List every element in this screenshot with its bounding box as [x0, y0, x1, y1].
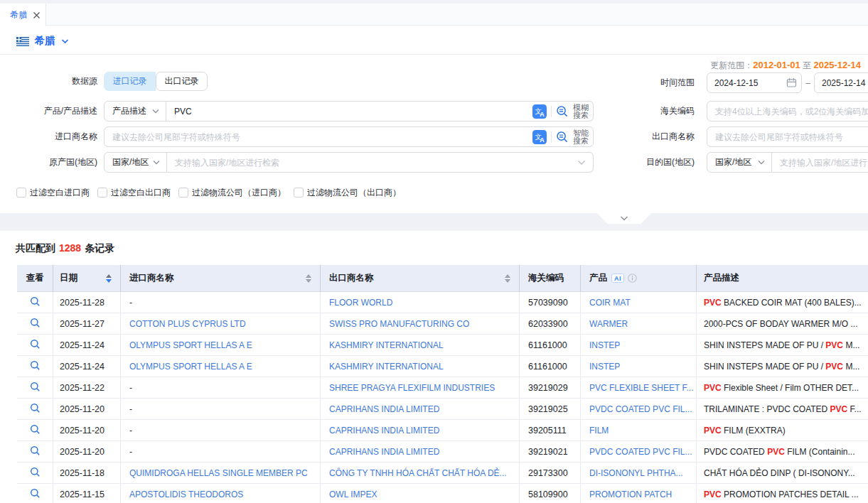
view-detail-icon[interactable] [30, 488, 41, 501]
cell-product-link[interactable]: PVDC COATED PVC FIL... [589, 404, 692, 414]
origin-select[interactable]: 国家/地区 [104, 152, 167, 173]
view-detail-icon[interactable] [30, 403, 41, 416]
col-header-exporter[interactable]: 出口商名称 [321, 265, 520, 292]
table-row[interactable]: 2025-11-20 - CAPRIHANS INDIA LIMITED 392… [17, 420, 868, 441]
date-from-field[interactable] [707, 73, 786, 92]
filter-blank-exporter-checkbox[interactable]: 过滤空白出口商 [97, 187, 171, 198]
cell-product-link[interactable]: PVDC COATED PVC FIL... [589, 447, 692, 457]
cell-importer-link[interactable]: OLYMPUS SPORT HELLAS A E [129, 362, 252, 372]
table-row[interactable]: 2025-11-20 - CAPRIHANS INDIA LIMITED 392… [17, 399, 868, 420]
filter-blank-importer-checkbox[interactable]: 过滤空白进口商 [16, 187, 90, 198]
view-detail-icon[interactable] [30, 445, 41, 458]
table-row[interactable]: 2025-11-15 APOSTOLIDIS THEODOROS OWL IMP… [17, 484, 868, 503]
sort-icons[interactable] [106, 274, 112, 283]
cell-product-link[interactable]: INSTEP [589, 340, 620, 350]
cell-importer-link[interactable]: COTTON PLUS CYPRUS LTD [129, 319, 246, 329]
hs-code-field[interactable] [707, 102, 868, 121]
table-row[interactable]: 2025-11-18 QUIMIDROGA HELLAS SINGLE MEMB… [17, 463, 868, 484]
destination-input[interactable] [772, 152, 868, 173]
cell-exporter-link[interactable]: CAPRIHANS INDIA LIMITED [329, 404, 439, 414]
table-row[interactable]: 2025-11-28 - FLOOR WORLD 57039090 COIR M… [17, 292, 868, 313]
desc-text: FILM (EXXTRA) [722, 426, 786, 436]
product-input[interactable]: 文A 模糊搜索 [166, 101, 594, 121]
country-header[interactable]: 希腊 [16, 33, 69, 50]
checkbox[interactable] [178, 188, 188, 198]
cell-importer-link[interactable]: OLYMPUS SPORT HELLAS A E [129, 340, 252, 350]
col-header-date[interactable]: 日期 [53, 265, 121, 292]
view-detail-icon[interactable] [30, 424, 41, 437]
cell-product-link[interactable]: PVC FLEXIBLE SHEET F... [589, 383, 694, 393]
smart-search-icon[interactable] [556, 131, 569, 144]
table-row[interactable]: 2025-11-22 - SHREE PRAGYA FLEXIFILM INDU… [17, 377, 868, 399]
product-type-select[interactable]: 产品描述 [104, 101, 166, 121]
sort-icons[interactable] [306, 274, 311, 283]
col-header-importer[interactable]: 进口商名称 [121, 265, 321, 292]
date-to-field[interactable] [815, 73, 868, 92]
info-icon[interactable] [628, 274, 637, 283]
origin-field[interactable] [167, 153, 577, 172]
cell-exporter-link[interactable]: CAPRIHANS INDIA LIMITED [329, 426, 439, 436]
cell-product-link[interactable]: WARMER [589, 319, 628, 329]
translate-icon[interactable]: 文A [532, 104, 547, 119]
cell-exporter-link[interactable]: CÔNG TY TNHH HÓA CHẤT CHẤT HÓA DẺ... [329, 468, 507, 478]
cell-product-link[interactable]: DI-ISONONYL PHTHA... [589, 468, 683, 478]
cell-exporter-link[interactable]: SHREE PRAGYA FLEXIFILM INDUSTRIES [329, 383, 495, 393]
toggle-import-records[interactable]: 进口记录 [104, 72, 156, 91]
view-detail-icon[interactable] [30, 296, 41, 309]
chevron-down-icon[interactable] [61, 38, 69, 44]
cell-exporter-link[interactable]: KASHMIRY INTERNATIONAL [329, 340, 444, 350]
cell-product-link[interactable]: PROMOTION PATCH [589, 490, 672, 499]
view-detail-icon[interactable] [30, 339, 41, 352]
cell-product-link[interactable]: COIR MAT [589, 298, 631, 308]
origin-input[interactable] [167, 152, 594, 173]
table-row[interactable]: 2025-11-20 - CAPRIHANS INDIA LIMITED 392… [17, 441, 868, 463]
cell-date: 2025-11-22 [53, 377, 121, 399]
product-field[interactable] [166, 102, 532, 121]
view-detail-icon[interactable] [30, 318, 41, 330]
cell-exporter-link[interactable]: KASHMIRY INTERNATIONAL [329, 362, 444, 372]
importer-label: 进口商名称 [6, 126, 104, 147]
cell-hs-code: 58109900 [520, 484, 581, 503]
desc-text: CHẤT HÓA DẺO DINP ( DI-ISONONY... [704, 468, 855, 478]
destination-field[interactable] [772, 153, 868, 172]
sort-icons[interactable] [505, 274, 510, 283]
checkbox[interactable] [294, 188, 304, 198]
view-detail-icon[interactable] [30, 382, 41, 394]
fuzzy-search-icon[interactable] [556, 105, 569, 118]
cell-product-link[interactable]: FILM [589, 426, 609, 436]
table-row[interactable]: 2025-11-24 OLYMPUS SPORT HELLAS A E KASH… [17, 335, 868, 356]
exporter-input[interactable] [707, 126, 868, 147]
cell-exporter-link[interactable]: SWISS PRO MANUFACTURING CO [329, 319, 469, 329]
filter-logistics-exporter-checkbox[interactable]: 过滤物流公司（出口商） [294, 187, 401, 198]
view-detail-icon[interactable] [30, 360, 41, 373]
checkbox[interactable] [16, 188, 26, 198]
toggle-export-records[interactable]: 出口记录 [156, 72, 208, 91]
cell-product-link[interactable]: INSTEP [589, 362, 620, 372]
tab-greece[interactable]: 希腊 [0, 4, 46, 26]
exporter-field[interactable] [707, 127, 868, 146]
importer-input[interactable]: 文A 智能搜索 [104, 126, 594, 147]
destination-select[interactable]: 国家/地区 [707, 152, 772, 173]
smart-search-label[interactable]: 智能搜索 [573, 129, 589, 145]
page-title: 希腊 [35, 35, 55, 48]
chevron-down-icon[interactable] [577, 160, 593, 166]
checkbox[interactable] [97, 188, 107, 198]
cell-exporter-link[interactable]: FLOOR WORLD [329, 298, 392, 308]
cell-importer-link[interactable]: QUIMIDROGA HELLAS SINGLE MEMBER PC [129, 468, 308, 478]
cell-exporter-link[interactable]: CAPRIHANS INDIA LIMITED [329, 447, 439, 457]
fuzzy-search-label[interactable]: 模糊搜索 [573, 104, 589, 119]
table-row[interactable]: 2025-11-27 COTTON PLUS CYPRUS LTD SWISS … [17, 313, 868, 335]
date-from-input[interactable] [707, 72, 802, 93]
date-to-input[interactable] [814, 72, 868, 93]
cell-importer-link[interactable]: APOSTOLIDIS THEODOROS [129, 490, 243, 499]
table-row[interactable]: 2025-11-24 OLYMPUS SPORT HELLAS A E KASH… [17, 356, 868, 377]
hs-code-input[interactable] [707, 101, 868, 121]
close-icon[interactable] [33, 11, 41, 19]
calendar-icon[interactable] [786, 77, 801, 88]
desc-keyword: PVC [825, 362, 843, 372]
cell-exporter-link[interactable]: OWL IMPEX [329, 490, 377, 499]
filter-logistics-importer-checkbox[interactable]: 过滤物流公司（进口商） [178, 187, 286, 198]
translate-icon[interactable]: 文A [532, 130, 547, 144]
importer-field[interactable] [105, 127, 532, 146]
view-detail-icon[interactable] [30, 467, 41, 480]
